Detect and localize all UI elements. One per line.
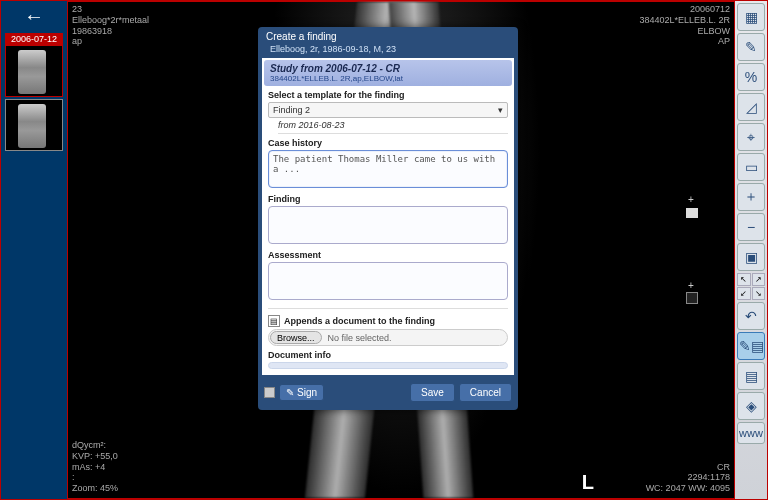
- back-arrow-icon[interactable]: ←: [24, 5, 44, 28]
- dialog-subtitle: Elleboog, 2r, 1986-09-18, M, 23: [258, 44, 518, 58]
- sign-label: Sign: [297, 387, 317, 398]
- attach-label: Appends a document to the finding: [284, 316, 435, 326]
- overlay-top-left: 23 Elleboog*2r*metaal 19863918 ap: [72, 4, 149, 47]
- overlay-top-right: 20060712 384402L*ELLEB.L. 2R ELBOW AP: [639, 4, 730, 47]
- pan-arrows-group[interactable]: ↖↗ ↙↘: [737, 273, 765, 300]
- thumbnail-panel: ← 2006-07-12: [1, 1, 67, 499]
- case-history-label: Case history: [268, 138, 508, 148]
- assessment-input[interactable]: [268, 262, 508, 300]
- dialog-title: Create a finding: [258, 27, 518, 44]
- findings-tool-icon[interactable]: ✎▤: [737, 332, 765, 360]
- template-select-value: Finding 2: [273, 105, 310, 115]
- study-title: Study from 2006-07-12 - CR: [270, 63, 506, 74]
- pencil-tool-icon[interactable]: ✎: [737, 33, 765, 61]
- save-button[interactable]: Save: [410, 383, 455, 402]
- save-disk-icon[interactable]: ▤: [737, 362, 765, 390]
- template-label: Select a template for the finding: [268, 90, 508, 100]
- finding-label: Finding: [268, 194, 508, 204]
- thumbnail-1[interactable]: [5, 45, 63, 97]
- zoom-in-icon[interactable]: ＋: [737, 183, 765, 211]
- assessment-label: Assessment: [268, 250, 508, 260]
- measure-tool-icon[interactable]: %: [737, 63, 765, 91]
- file-status: No file selected.: [328, 333, 392, 343]
- study-description: 384402L*ELLEB.L. 2R,ap,ELBOW,lat: [270, 74, 506, 83]
- document-info-label: Document info: [268, 350, 508, 360]
- cancel-button[interactable]: Cancel: [459, 383, 512, 402]
- contrast-indicator[interactable]: [686, 292, 698, 304]
- create-finding-dialog: Create a finding Elleboog, 2r, 1986-09-1…: [258, 27, 518, 410]
- window-tool-icon[interactable]: ▭: [737, 153, 765, 181]
- cube-icon[interactable]: ◈: [737, 392, 765, 420]
- case-history-input[interactable]: [268, 150, 508, 188]
- zoom-out-icon[interactable]: −: [737, 213, 765, 241]
- pen-icon: ✎: [286, 387, 294, 398]
- thumb-date-label: 2006-07-12: [5, 33, 63, 45]
- right-toolbar: ▦ ✎ % ◿ ⌖ ▭ ＋ − ▣ ↖↗ ↙↘ ↶ ✎▤ ▤ ◈ www: [735, 1, 767, 499]
- fit-screen-icon[interactable]: ▣: [737, 243, 765, 271]
- study-header: Study from 2006-07-12 - CR 384402L*ELLEB…: [264, 60, 512, 86]
- file-chooser: Browse... No file selected.: [268, 329, 508, 346]
- template-date: from 2016-08-23: [278, 120, 508, 134]
- overlay-bottom-right: CR 2294:1178 WC: 2047 WW: 4095: [646, 462, 730, 494]
- laterality-marker: L: [582, 471, 594, 494]
- undo-icon[interactable]: ↶: [737, 302, 765, 330]
- layout-tool-icon[interactable]: ▦: [737, 3, 765, 31]
- attach-icon: ▤: [268, 315, 280, 327]
- finding-input[interactable]: [268, 206, 508, 244]
- brightness-plus-icon[interactable]: +: [688, 194, 698, 204]
- contrast-plus-icon[interactable]: +: [688, 280, 698, 290]
- brightness-indicator[interactable]: [686, 208, 698, 218]
- crosshair-tool-icon[interactable]: ⌖: [737, 123, 765, 151]
- upload-progress: [268, 362, 508, 369]
- www-icon[interactable]: www: [737, 422, 765, 444]
- chevron-down-icon: ▾: [498, 105, 503, 115]
- template-select[interactable]: Finding 2 ▾: [268, 102, 508, 118]
- sign-button[interactable]: ✎ Sign: [279, 384, 324, 401]
- overlay-bottom-left: dQycm²: KVP: +55,0 mAs: +4 : Zoom: 45%: [72, 440, 118, 494]
- angle-tool-icon[interactable]: ◿: [737, 93, 765, 121]
- browse-button[interactable]: Browse...: [270, 331, 322, 344]
- thumbnail-2[interactable]: [5, 99, 63, 151]
- sign-checkbox[interactable]: [264, 387, 275, 398]
